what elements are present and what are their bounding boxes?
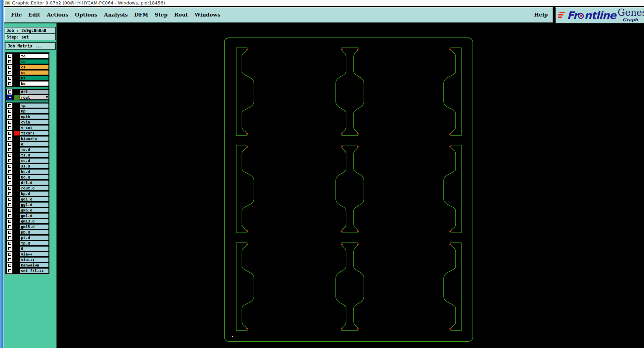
layer-visibility-checkbox[interactable] (7, 103, 12, 108)
layer-visibility-checkbox[interactable] (7, 54, 12, 59)
layer-row[interactable]: cs.d (6, 158, 48, 163)
layer-label[interactable]: gm13.d (20, 219, 48, 224)
layer-row[interactable]: via++ (6, 251, 48, 257)
layer-visibility-checkbox[interactable] (7, 164, 12, 169)
layer-label[interactable]: cvia (20, 120, 48, 124)
layer-row[interactable]: cs (6, 64, 48, 70)
layer-row[interactable]: npth (6, 114, 48, 119)
layer-label[interactable]: ts.d (20, 153, 48, 157)
layer-row[interactable]: bp (6, 108, 48, 114)
layer-row[interactable]: rout.d (6, 185, 48, 191)
layer-visibility-checkbox[interactable] (7, 197, 12, 202)
layer-label[interactable]: bs (20, 76, 48, 80)
layer-row[interactable]: d (6, 141, 48, 147)
layer-visibility-checkbox[interactable] (7, 191, 12, 196)
layer-row[interactable]: pb.d (6, 229, 48, 235)
layer-row[interactable]: ss.d (6, 163, 48, 169)
layer-label[interactable]: d (20, 142, 48, 146)
layer-row[interactable]: bs.d (6, 169, 48, 174)
layer-visibility-checkbox[interactable] (7, 235, 12, 240)
layer-row[interactable]: drl (6, 89, 48, 95)
layer-visibility-checkbox[interactable] (7, 89, 12, 95)
layer-row[interactable]: bs (6, 75, 48, 81)
layer-visibility-checkbox[interactable] (7, 81, 12, 86)
layer-row[interactable]: ts (6, 59, 48, 64)
layer-label[interactable]: gm1.d (20, 213, 48, 218)
layer-color-swatch[interactable] (13, 131, 20, 135)
layer-row[interactable]: rout⊞ (6, 95, 48, 100)
layer-visibility-checkbox[interactable] (7, 136, 12, 141)
layer-visibility-checkbox[interactable] (7, 224, 12, 229)
layer-label[interactable]: banwaiwu (20, 263, 48, 268)
layer-label[interactable]: bp (20, 109, 48, 113)
layer-row[interactable]: gm15.d (6, 224, 48, 229)
layer-row[interactable]: tp (6, 103, 48, 108)
layer-row[interactable]: set_fxl+++ (6, 268, 48, 273)
layer-row[interactable]: gm1.d (6, 213, 48, 218)
layer-label[interactable]: gg1.d (20, 202, 48, 207)
layer-label[interactable]: 0 (20, 246, 48, 251)
layer-label[interactable]: via+++ (20, 257, 48, 262)
layer-visibility-checkbox[interactable] (7, 268, 12, 273)
layer-row[interactable]: gg1.d (6, 202, 48, 207)
layer-visibility-checkbox[interactable] (7, 186, 12, 191)
layer-label[interactable]: bs.d (20, 169, 48, 174)
title-bar[interactable]: × Graphic Editor 9.07b2 (00@HY-HYCAM-PC0… (4, 0, 644, 6)
layer-row[interactable]: gd1.d (6, 196, 48, 202)
layer-label[interactable]: to (20, 54, 48, 58)
menu-item-options[interactable]: Options (75, 12, 98, 18)
layer-visibility-checkbox[interactable] (7, 76, 12, 81)
layer-label[interactable]: ts (20, 59, 48, 64)
menu-item-edit[interactable]: Edit (29, 12, 41, 18)
layer-visibility-checkbox[interactable] (7, 202, 12, 207)
layer-label[interactable]: ss (20, 70, 48, 75)
layer-visibility-checkbox[interactable] (7, 114, 12, 119)
layer-visibility-checkbox[interactable] (7, 169, 12, 174)
layer-row[interactable]: cvia (6, 119, 48, 125)
layer-color-swatch[interactable] (13, 95, 20, 100)
layer-label[interactable]: rout⊞ (20, 95, 48, 100)
layer-label[interactable]: npth (20, 114, 48, 119)
layer-label[interactable]: to.d (20, 147, 48, 152)
layer-row[interactable]: ts.d (6, 152, 48, 158)
layer-visibility-checkbox[interactable] (7, 120, 12, 125)
layer-row[interactable]: v-cut (6, 125, 48, 130)
layer-label[interactable]: gm15.d (20, 224, 48, 229)
layer-label[interactable]: biaozhu (20, 136, 48, 141)
layer-row[interactable]: via+++ (6, 257, 48, 262)
layer-row[interactable]: gm13.d (6, 218, 48, 224)
editor-canvas[interactable] (57, 23, 644, 348)
layer-visibility-checkbox[interactable] (7, 142, 12, 147)
layer-label[interactable]: pt.d (20, 235, 48, 240)
layer-label[interactable]: bo (20, 81, 48, 86)
job-matrix-button[interactable]: Job Matrix ... (5, 42, 56, 50)
menu-item-windows[interactable]: Windows (195, 12, 220, 18)
menu-item-rout[interactable]: Rout (174, 12, 188, 18)
menu-item-analysis[interactable]: Analysis (104, 12, 128, 18)
layer-visibility-checkbox[interactable] (7, 125, 12, 130)
layer-label[interactable]: tp.d (20, 241, 48, 246)
layer-visibility-checkbox[interactable] (7, 70, 12, 75)
menu-item-step[interactable]: Step (155, 12, 168, 18)
layer-row[interactable]: drl.d (6, 180, 48, 185)
layer-visibility-checkbox[interactable] (7, 65, 12, 70)
layer-row[interactable]: banwaiwu (6, 262, 48, 268)
menu-item-actions[interactable]: Actions (47, 12, 68, 18)
layer-label[interactable]: rout.d (20, 186, 48, 191)
layer-row[interactable]: 0 (6, 246, 48, 251)
layer-row[interactable]: fzkdrl (6, 130, 48, 136)
layer-label[interactable]: gd1.d (20, 197, 48, 202)
layer-label[interactable]: cs.d (20, 158, 48, 163)
layer-row[interactable]: ss (6, 70, 48, 75)
layer-label[interactable]: drl.d (20, 180, 48, 185)
layer-row[interactable]: to (6, 53, 48, 59)
layer-label[interactable]: drl (20, 89, 48, 94)
menu-item-dfm[interactable]: DFM (134, 12, 148, 18)
layer-label[interactable]: via++ (20, 252, 48, 257)
menu-item-help[interactable]: Help (534, 12, 548, 18)
layer-visibility-checkbox[interactable] (7, 252, 12, 257)
layer-visibility-checkbox[interactable] (7, 213, 12, 218)
layer-row[interactable]: pt.d (6, 235, 48, 240)
layer-visibility-checkbox[interactable] (7, 153, 12, 158)
layer-label[interactable]: ss.d (20, 164, 48, 168)
